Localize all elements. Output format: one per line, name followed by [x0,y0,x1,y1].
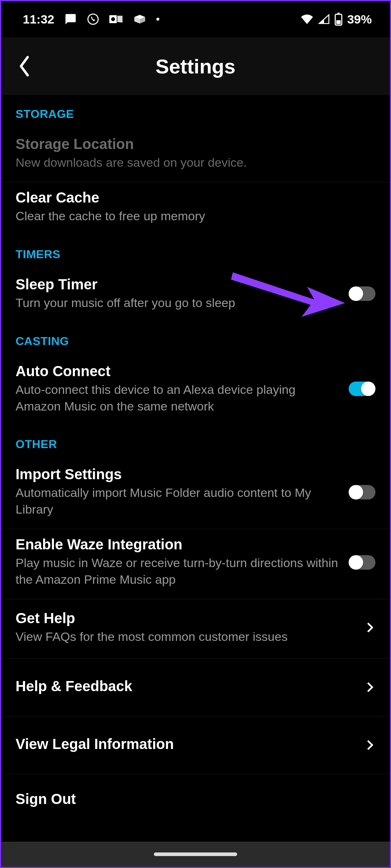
clear-cache-row[interactable]: Clear Cache Clear the cache to free up m… [1,182,390,235]
storage-location-subtitle: New downloads are saved on your device. [16,154,375,171]
box-icon [133,14,146,25]
chevron-right-icon [365,620,375,635]
section-header-casting: CASTING [1,322,390,356]
auto-connect-toggle[interactable] [349,382,375,396]
auto-connect-row[interactable]: Auto Connect Auto-connect this device to… [1,356,390,426]
section-header-timers: TIMERS [1,235,390,269]
whatsapp-icon [87,13,99,25]
clear-cache-title: Clear Cache [16,190,375,206]
nav-handle-area [1,842,390,867]
nav-handle[interactable] [154,852,237,856]
clear-cache-subtitle: Clear the cache to free up memory [16,208,375,225]
outlook-icon [109,13,123,25]
sleep-timer-row[interactable]: Sleep Timer Turn your music off after yo… [1,269,390,322]
enable-waze-subtitle: Play music in Waze or receive turn-by-tu… [16,555,340,588]
legal-row[interactable]: View Legal Information [1,716,390,774]
enable-waze-toggle[interactable] [349,555,375,570]
status-right: 39% [300,12,372,26]
import-settings-toggle[interactable] [349,485,375,499]
sign-out-row[interactable]: Sign Out [1,774,390,831]
help-feedback-title: Help & Feedback [16,678,356,694]
import-settings-title: Import Settings [16,466,340,482]
sign-out-title: Sign Out [16,791,375,807]
status-time: 11:32 [23,12,54,26]
status-left: 11:32 [23,12,159,26]
help-feedback-row[interactable]: Help & Feedback [1,659,390,716]
more-notifications-dot [156,18,159,21]
enable-waze-row[interactable]: Enable Waze Integration Play music in Wa… [1,529,390,599]
sleep-timer-title: Sleep Timer [16,276,340,293]
section-header-other: OTHER [1,425,390,459]
auto-connect-subtitle: Auto-connect this device to an Alexa dev… [16,382,340,415]
sleep-timer-toggle[interactable] [349,286,375,301]
get-help-subtitle: View FAQs for the most common customer i… [16,629,356,645]
app-header: Settings [1,37,390,95]
sleep-timer-subtitle: Turn your music off after you go to slee… [16,295,340,311]
status-bar: 11:32 39% [1,1,390,37]
auto-connect-title: Auto Connect [16,363,340,379]
svg-point-2 [111,17,115,21]
battery-percentage: 39% [347,12,372,26]
storage-location-row: Storage Location New downloads are saved… [1,129,390,182]
chevron-right-icon [365,680,375,694]
import-settings-subtitle: Automatically import Music Folder audio … [16,485,340,518]
import-settings-row[interactable]: Import Settings Automatically import Mus… [1,459,390,529]
enable-waze-title: Enable Waze Integration [16,536,340,553]
legal-title: View Legal Information [16,736,356,752]
battery-icon [334,13,343,26]
page-title: Settings [1,55,390,78]
get-help-title: Get Help [16,610,356,626]
chat-icon [64,13,77,25]
section-header-storage: STORAGE [1,95,390,129]
signal-icon [318,14,330,25]
get-help-row[interactable]: Get Help View FAQs for the most common c… [1,599,390,659]
storage-location-title: Storage Location [16,136,375,152]
svg-rect-4 [337,13,340,14]
svg-rect-5 [336,20,341,24]
wifi-icon [300,14,314,25]
chevron-right-icon [365,738,375,752]
